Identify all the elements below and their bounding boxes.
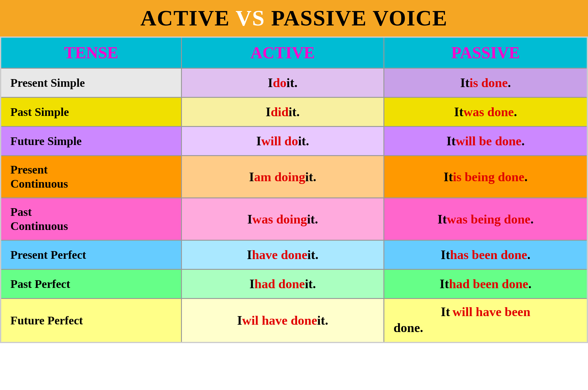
active-past-perfect: I had done it. <box>182 270 384 298</box>
row-past-continuous: PastContinuous I was doing it. It was be… <box>1 197 587 240</box>
main-title: ACTIVE VS PASSIVE VOICE <box>141 6 448 30</box>
active-present-simple: I do it. <box>182 69 384 97</box>
tense-future-perfect: Future Perfect <box>1 299 182 342</box>
tense-future-simple: Future Simple <box>1 127 182 155</box>
row-present-continuous: PresentContinuous I am doing it. It is b… <box>1 155 587 197</box>
active-past-simple: I did it. <box>182 98 384 126</box>
header-active: ACTIVE <box>182 38 384 68</box>
title-vs-text: VS <box>236 6 265 30</box>
tense-present-simple: Present Simple <box>1 69 182 97</box>
active-past-continuous: I was doing it. <box>182 198 384 240</box>
row-past-perfect: Past Perfect I had done it. It had been … <box>1 269 587 298</box>
title-passive-text: PASSIVE VOICE <box>265 6 447 30</box>
passive-past-continuous: It was being done. <box>384 198 587 240</box>
main-title-bar: ACTIVE VS PASSIVE VOICE <box>0 0 588 36</box>
passive-present-continuous: It is being done. <box>384 156 587 197</box>
passive-future-perfect: It will have been done. <box>384 299 587 342</box>
passive-past-perfect: It had been done. <box>384 270 587 298</box>
row-past-simple: Past Simple I did it. It was done. <box>1 97 587 126</box>
tense-present-continuous: PresentContinuous <box>1 156 182 197</box>
active-present-perfect: I have done it. <box>182 241 384 269</box>
header-tense: TENSE <box>1 38 182 68</box>
row-future-perfect: Future Perfect I wil have done it. It wi… <box>1 298 587 342</box>
passive-future-simple: It will be done. <box>384 127 587 155</box>
row-future-simple: Future Simple I will do it. It will be d… <box>1 126 587 155</box>
table: TENSE ACTIVE PASSIVE Present Simple I do… <box>0 36 588 343</box>
tense-past-simple: Past Simple <box>1 98 182 126</box>
passive-present-perfect: It has been done. <box>384 241 587 269</box>
passive-present-simple: It is done. <box>384 69 587 97</box>
active-present-continuous: I am doing it. <box>182 156 384 197</box>
tense-past-perfect: Past Perfect <box>1 270 182 298</box>
header-row: TENSE ACTIVE PASSIVE <box>1 38 587 68</box>
row-present-perfect: Present Perfect I have done it. It has b… <box>1 240 587 269</box>
active-future-simple: I will do it. <box>182 127 384 155</box>
tense-past-continuous: PastContinuous <box>1 198 182 240</box>
passive-past-simple: It was done. <box>384 98 587 126</box>
title-active-text: ACTIVE <box>141 6 236 30</box>
row-present-simple: Present Simple I do it. It is done. <box>1 68 587 97</box>
active-future-perfect: I wil have done it. <box>182 299 384 342</box>
header-passive: PASSIVE <box>384 38 587 68</box>
tense-present-perfect: Present Perfect <box>1 241 182 269</box>
